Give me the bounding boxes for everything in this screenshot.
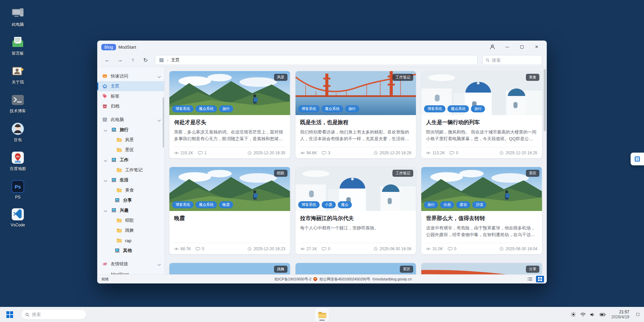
post-title[interactable]: 人生是一辆行动的列车 bbox=[426, 119, 537, 126]
sidebar-item-scenic-area[interactable]: 景区 bbox=[97, 145, 164, 155]
sidebar-item-rap[interactable]: rap bbox=[97, 235, 164, 246]
category-badge[interactable]: 跳舞 bbox=[274, 266, 287, 273]
sidebar-item-tags[interactable]: 标签 bbox=[97, 91, 164, 101]
address-bar[interactable]: › 主页 bbox=[155, 55, 478, 65]
post-card[interactable]: 跳舞 bbox=[169, 263, 290, 274]
forward-button[interactable]: → bbox=[115, 55, 125, 65]
sidebar-item-scenery[interactable]: 风景 bbox=[97, 135, 164, 145]
sidebar-item-archive[interactable]: 归档 bbox=[97, 101, 164, 111]
post-card[interactable]: 工作笔记 博客系统 小墨 魔众 拉市海丽江的马尔代夫 每个人心中都有一个丽江，安… bbox=[296, 167, 416, 254]
post-tag[interactable]: 旅行 bbox=[345, 105, 359, 112]
sidebar-item-singing[interactable]: 唱歌 bbox=[97, 215, 164, 225]
sidebar-section-this-pc[interactable]: 此电脑 bbox=[97, 115, 164, 125]
chevron-down-icon[interactable] bbox=[104, 128, 107, 131]
brightness-icon[interactable] bbox=[571, 312, 576, 317]
post-tag[interactable]: 博客系统 bbox=[172, 201, 194, 208]
volume-icon[interactable] bbox=[590, 313, 595, 317]
post-tag[interactable]: 博客系统 bbox=[172, 105, 194, 112]
sidebar-item-modstart[interactable]: ModStart bbox=[97, 269, 164, 274]
category-badge[interactable]: 风景 bbox=[274, 74, 287, 81]
desktop-icon-tech-blog[interactable]: 技术博客 bbox=[4, 93, 32, 114]
chevron-down-icon[interactable] bbox=[158, 262, 161, 266]
desktop-icon-vscode[interactable]: VsCode bbox=[4, 208, 32, 227]
start-button[interactable] bbox=[3, 308, 16, 321]
up-button[interactable]: ↑ bbox=[127, 55, 138, 65]
battery-icon[interactable] bbox=[600, 313, 606, 316]
sidebar-section-quick-access[interactable]: 快速访问 bbox=[97, 71, 164, 81]
show-desktop-button[interactable] bbox=[636, 313, 639, 316]
post-tag[interactable]: 魔众系统 bbox=[447, 105, 469, 112]
post-title[interactable]: 晚霞 bbox=[174, 215, 285, 222]
desktop-icon-doubao[interactable]: 豆包 bbox=[4, 122, 32, 143]
window-titlebar[interactable]: Blog ModStart × bbox=[97, 41, 547, 53]
desktop-icon-my-computer[interactable]: 此电脑 bbox=[4, 7, 32, 28]
category-badge[interactable]: 唱歌 bbox=[274, 170, 287, 177]
list-view-button[interactable] bbox=[526, 276, 534, 282]
category-badge[interactable]: 景区 bbox=[526, 170, 539, 177]
post-card[interactable]: 景区 旅行 自然 露宿 沙漠 世界那么大，值得去转转 这途中有艰辛，有危险，由于… bbox=[421, 167, 542, 254]
post-card[interactable]: 分享 bbox=[421, 263, 542, 274]
desktop-icon-message-board[interactable]: 留言板 bbox=[4, 36, 32, 56]
close-button[interactable]: × bbox=[529, 42, 544, 52]
post-tag[interactable]: 博客系统 bbox=[424, 105, 445, 112]
sidebar-item-life[interactable]: 生活 bbox=[97, 175, 164, 185]
back-button[interactable]: ← bbox=[102, 55, 113, 65]
post-title[interactable]: 既是生活，也是旅程 bbox=[300, 119, 412, 126]
post-card[interactable]: 景区 bbox=[296, 263, 416, 274]
post-tag[interactable]: 沙漠 bbox=[472, 201, 486, 208]
sidebar-item-work[interactable]: 工作 bbox=[97, 155, 164, 165]
post-tag[interactable]: 魔众系统 bbox=[196, 105, 217, 112]
desktop-icon-about-me[interactable]: 关于我 bbox=[4, 64, 32, 85]
taskbar-search[interactable] bbox=[21, 309, 87, 320]
chevron-down-icon[interactable] bbox=[104, 209, 107, 212]
post-card[interactable]: 工作笔记 博客系统 魔众系统 旅行 既是生活，也是旅程 我们特别爱看访谈，他们身… bbox=[296, 71, 416, 158]
post-tag[interactable]: 露宿 bbox=[456, 201, 470, 208]
post-tag[interactable]: 魔众系统 bbox=[196, 201, 217, 208]
post-tag[interactable]: 旅行 bbox=[424, 201, 438, 208]
taskbar-clock[interactable]: 21:57 2026/4/19 bbox=[611, 310, 629, 320]
chevron-down-icon[interactable] bbox=[104, 158, 107, 162]
taskbar-file-explorer[interactable] bbox=[315, 308, 329, 321]
desktop-icon-photoshop[interactable]: Ps PS bbox=[4, 180, 32, 200]
post-tag[interactable]: 小墨 bbox=[322, 201, 336, 208]
maximize-button[interactable] bbox=[515, 42, 529, 52]
sidebar-item-travel[interactable]: 旅行 bbox=[97, 125, 164, 135]
icp-number[interactable]: 桂ICP备19010650号-2 bbox=[274, 277, 311, 282]
category-badge[interactable]: 工作笔记 bbox=[392, 170, 413, 177]
window-search[interactable] bbox=[482, 55, 542, 65]
post-tag[interactable]: 魔众系统 bbox=[322, 105, 343, 112]
category-badge[interactable]: 分享 bbox=[526, 266, 539, 273]
sidebar-item-home[interactable]: 主页 bbox=[97, 81, 164, 91]
post-title[interactable]: 拉市海丽江的马尔代夫 bbox=[300, 215, 412, 222]
post-card[interactable]: 风景 博客系统 魔众系统 旅行 何处才是尽头 黑夜，多么寒凉又孤独的词。在这浩垠… bbox=[169, 71, 290, 158]
category-badge[interactable]: 景区 bbox=[400, 266, 413, 273]
content-scrollbar[interactable] bbox=[543, 67, 547, 274]
taskbar-search-input[interactable] bbox=[32, 312, 82, 317]
sidebar-item-dancing[interactable]: 跳舞 bbox=[97, 225, 164, 235]
post-title[interactable]: 世界那么大，值得去转转 bbox=[426, 215, 537, 222]
post-tag[interactable]: 博客系统 bbox=[298, 105, 320, 112]
sidebar-item-hobby[interactable]: 兴趣 bbox=[97, 205, 164, 215]
account-button[interactable] bbox=[485, 42, 500, 52]
sidebar-item-other[interactable]: 其他 bbox=[97, 246, 164, 256]
chevron-down-icon[interactable] bbox=[104, 178, 107, 182]
post-tag[interactable]: 旅行 bbox=[219, 105, 233, 112]
grid-view-button[interactable] bbox=[536, 276, 544, 282]
search-input[interactable] bbox=[492, 58, 539, 63]
post-card[interactable]: 美食 博客系统 魔众系统 旅行 人生是一辆行动的列车 阳光明媚，微风和煦。 我在… bbox=[421, 71, 542, 158]
post-card[interactable]: 唱歌 博客系统 魔众系统 晚霞 晚霞 88.7K 0 202 bbox=[169, 167, 290, 254]
post-tag[interactable]: 魔众 bbox=[338, 201, 352, 208]
sidebar-widget-button[interactable] bbox=[631, 153, 644, 165]
sidebar-item-food[interactable]: 美食 bbox=[97, 185, 164, 195]
post-title[interactable]: 何处才是尽头 bbox=[174, 119, 285, 126]
sidebar-item-work-notes[interactable]: 工作笔记 bbox=[97, 165, 164, 175]
chevron-down-icon[interactable] bbox=[158, 118, 161, 121]
chevron-down-icon[interactable] bbox=[158, 74, 161, 78]
refresh-button[interactable]: ↻ bbox=[140, 55, 151, 65]
post-tag[interactable]: 博客系统 bbox=[298, 201, 320, 208]
minimize-button[interactable] bbox=[500, 42, 515, 52]
post-tag[interactable]: 晚霞 bbox=[219, 201, 233, 208]
sidebar-scrollbar[interactable] bbox=[163, 97, 164, 148]
desktop-icon-baidu-map[interactable]: du 百度地图 bbox=[4, 151, 32, 172]
category-badge[interactable]: 工作笔记 bbox=[392, 74, 413, 81]
